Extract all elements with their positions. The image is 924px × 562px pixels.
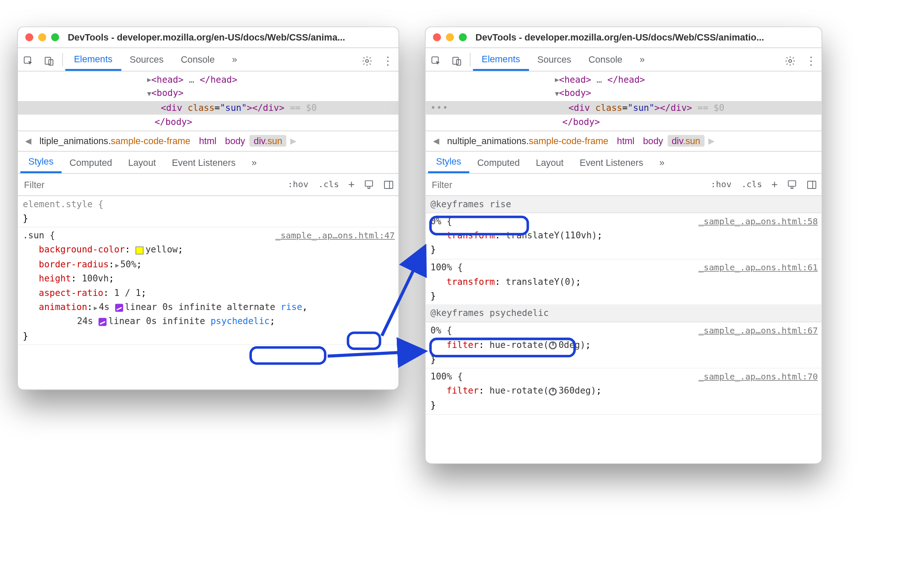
gear-icon[interactable] [357,52,378,67]
gear-icon[interactable] [780,52,800,67]
dom-node-body-open[interactable]: ▼<body> [425,87,821,100]
ptab-computed[interactable]: Computed [469,151,528,173]
decl-background[interactable]: background-color: yellow; [23,243,393,258]
zoom-icon[interactable] [51,33,59,41]
angle-icon[interactable] [549,342,557,350]
minimize-icon[interactable] [38,33,46,41]
breadcrumb: ◀ ltiple_animations.sample-code-frame ht… [18,130,398,151]
bezier-icon[interactable] [115,304,123,312]
ptab-computed[interactable]: Computed [61,151,120,173]
cls-button[interactable]: .cls [313,180,344,189]
crumb-html[interactable]: html [195,135,221,147]
hov-button[interactable]: :hov [706,180,736,189]
dom-node-body-close[interactable]: </body> [18,116,398,129]
kf-psych-100[interactable]: _sample_.ap…ons.html:70 100% { filter: h… [425,368,821,414]
tab-more[interactable]: » [223,48,246,71]
plus-icon[interactable]: + [344,178,359,191]
rule-sun[interactable]: _sample_.ap…ons.html:47 .sun { backgroun… [18,228,398,345]
dom-node-body-close[interactable]: </body> [425,116,821,129]
decl-border-radius[interactable]: border-radius:▶50%; [23,257,393,272]
tab-sources[interactable]: Sources [121,48,172,71]
decl-height[interactable]: height: 100vh; [23,272,393,286]
kf-rise-0[interactable]: _sample_.ap…ons.html:58 0% { transform: … [425,213,821,259]
ptab-more[interactable]: » [651,151,673,173]
source-link[interactable]: _sample_.ap…ons.html:70 [699,370,818,383]
cls-button[interactable]: .cls [736,180,767,189]
dom-tree[interactable]: ▶<head> … </head> ▼<body> <div class="su… [18,72,398,131]
crumb-selected[interactable]: div.sun [667,135,705,147]
crumb-selected[interactable]: div.sun [249,135,286,147]
dom-node-selected[interactable]: <div class="sun"></div> == $0 [18,101,398,115]
panel-toggle-icon[interactable] [379,179,398,190]
kf-psych-0[interactable]: _sample_.ap…ons.html:67 0% { filter: hue… [425,322,821,368]
keyframes-psych-header[interactable]: @keyframes psychedelic [425,305,821,323]
filter-input[interactable] [18,179,283,190]
ptab-events[interactable]: Event Listeners [164,151,244,173]
ptab-events[interactable]: Event Listeners [572,151,651,173]
tab-more[interactable]: » [631,48,654,71]
crumb-frame[interactable]: ltiple_animations.sample-code-frame [35,135,194,147]
crumb-body[interactable]: body [221,135,249,147]
dom-node-head[interactable]: ▶<head> … </head> [18,73,398,87]
source-link[interactable]: _sample_.ap…ons.html:58 [699,214,818,228]
inspect-icon[interactable] [18,52,39,67]
dom-node-head[interactable]: ▶<head> … </head> [425,73,821,87]
decl-transform[interactable]: transform: translateY(110vh); [430,229,817,243]
ptab-styles[interactable]: Styles [20,151,62,173]
keyframes-rise-header[interactable]: @keyframes rise [425,196,821,213]
ptab-layout[interactable]: Layout [120,151,164,173]
plus-icon[interactable]: + [767,178,782,191]
tab-sources[interactable]: Sources [529,48,580,71]
brush-icon[interactable] [782,179,802,190]
rule-element-style[interactable]: element.style { } [18,196,398,227]
tab-elements[interactable]: Elements [65,48,121,71]
ptab-more[interactable]: » [244,151,265,173]
hov-button[interactable]: :hov [283,180,313,189]
decl-filter[interactable]: filter: hue-rotate(360deg); [430,384,817,398]
kebab-icon[interactable]: ⋮ [801,52,822,68]
keyframes-link-rise[interactable]: rise [281,302,302,312]
zoom-icon[interactable] [459,33,467,41]
angle-icon[interactable] [549,387,557,395]
inspect-icon[interactable] [425,52,446,67]
tab-console[interactable]: Console [580,48,631,71]
tab-console[interactable]: Console [172,48,223,71]
kebab-icon[interactable]: ⋮ [378,52,398,68]
filter-input[interactable] [425,179,706,190]
chevron-right-icon[interactable]: ▶ [287,136,300,146]
ptab-styles[interactable]: Styles [428,151,469,173]
dom-node-selected[interactable]: <div class="sun"></div> == $0 [425,101,821,115]
decl-animation-2[interactable]: 24s linear 0s infinite psychedelic; [23,314,393,329]
close-icon[interactable] [433,33,441,41]
device-icon[interactable] [39,52,60,67]
panel-toggle-icon[interactable] [802,179,821,190]
decl-transform[interactable]: transform: translateY(0); [430,275,817,289]
brace-close: } [430,398,817,413]
styles-body: element.style { } _sample_.ap…ons.html:4… [18,196,398,345]
decl-aspect-ratio[interactable]: aspect-ratio: 1 / 1; [23,286,393,300]
chevron-left-icon[interactable]: ◀ [429,136,443,146]
source-link[interactable]: _sample_.ap…ons.html:47 [275,229,395,242]
chevron-right-icon[interactable]: ▶ [705,136,718,146]
device-icon[interactable] [447,52,468,67]
titlebar: DevTools - developer.mozilla.org/en-US/d… [18,27,398,48]
bezier-icon[interactable] [98,318,107,326]
decl-filter[interactable]: filter: hue-rotate(0deg); [430,338,817,353]
ptab-layout[interactable]: Layout [528,151,572,173]
kf-rise-100[interactable]: _sample_.ap…ons.html:61 100% { transform… [425,259,821,305]
dom-node-body-open[interactable]: ▼<body> [18,87,398,100]
tab-elements[interactable]: Elements [473,48,529,71]
crumb-body[interactable]: body [639,135,667,147]
dom-tree[interactable]: ▶<head> … </head> ▼<body> <div class="su… [425,72,821,131]
crumb-html[interactable]: html [613,135,639,147]
brush-icon[interactable] [359,179,378,190]
chevron-left-icon[interactable]: ◀ [22,136,35,146]
decl-animation[interactable]: animation:▶4s linear 0s infinite alterna… [23,300,393,315]
source-link[interactable]: _sample_.ap…ons.html:67 [699,324,818,337]
crumb-frame[interactable]: nultiple_animations.sample-code-frame [443,135,613,147]
color-swatch-icon[interactable] [136,246,144,255]
minimize-icon[interactable] [446,33,454,41]
close-icon[interactable] [25,33,33,41]
keyframes-link-psychedelic[interactable]: psychedelic [211,316,270,326]
source-link[interactable]: _sample_.ap…ons.html:61 [699,261,818,274]
